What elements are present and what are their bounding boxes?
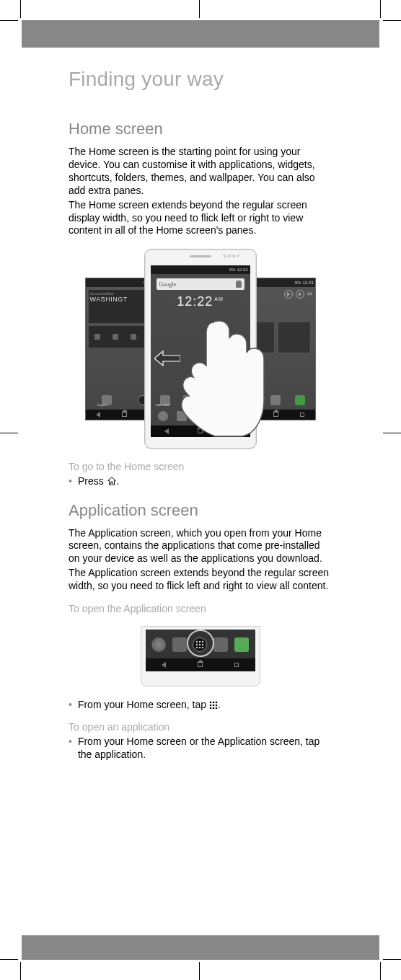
status-time: 12:22 (237, 268, 247, 272)
apps-grid-icon (195, 411, 206, 421)
svg-point-14 (216, 705, 218, 707)
recent-icon (234, 663, 239, 667)
app-label: Album (183, 403, 191, 407)
recent-icon (300, 412, 304, 417)
crop-mark (380, 0, 381, 18)
back-icon (162, 662, 166, 668)
step-text-part: . (218, 699, 221, 710)
favorites-row (146, 634, 255, 655)
svg-point-13 (213, 705, 215, 707)
google-search-bar: Google (157, 278, 244, 290)
back-icon (164, 428, 169, 434)
crop-mark (0, 20, 18, 21)
app-label: WALKMAN (156, 403, 170, 407)
app-label: Support (97, 403, 107, 407)
header-bar (22, 20, 379, 48)
apps-grid-icon (193, 637, 207, 652)
phone-bottom-illustration (141, 626, 260, 687)
task-heading-go-home: To go to the Home screen (69, 461, 332, 472)
section-heading-home: Home screen (69, 120, 332, 138)
svg-point-1 (199, 641, 200, 643)
app-paragraph-1: The Application screen, which you open f… (69, 527, 332, 566)
step-row: • From your Home screen, tap . (69, 698, 332, 711)
crop-mark (0, 433, 18, 433)
figure-app-screen (69, 626, 332, 687)
home-panes-illustration: 9% 12:22 accuweather WASHINGT (85, 249, 316, 449)
app-icon (270, 395, 281, 405)
step-text: Press . (78, 474, 332, 487)
home-paragraph-1: The Home screen is the starting point fo… (69, 146, 332, 198)
app-icon (230, 395, 240, 405)
toggle-icon (113, 334, 118, 340)
footer-bar (22, 935, 379, 960)
home-icon (107, 476, 117, 486)
home-icon (198, 662, 203, 667)
step-text-part: . (117, 475, 120, 487)
phone-screen-bottom (146, 630, 255, 671)
battery-text: 9% (229, 268, 236, 272)
dock-row: WALKMAN Album Movies (151, 392, 250, 408)
back-icon (96, 412, 100, 418)
svg-point-6 (196, 647, 198, 648)
svg-point-10 (213, 702, 215, 704)
next-icon (296, 290, 304, 299)
crop-mark (20, 962, 21, 980)
figure-home-panes: 9% 12:22 accuweather WASHINGT (69, 249, 332, 449)
svg-point-4 (199, 644, 200, 645)
clock-widget: 12:22AM (151, 294, 250, 309)
arrow-left-icon (154, 350, 180, 367)
phone-icon (233, 411, 243, 421)
bullet-icon: • (69, 698, 72, 711)
svg-point-12 (210, 705, 212, 707)
recent-icon (232, 429, 236, 433)
phone-icon (234, 637, 249, 652)
home-icon (122, 412, 127, 417)
toggle-icon (94, 334, 100, 340)
svg-point-7 (199, 647, 200, 648)
svg-point-8 (202, 647, 203, 648)
favorites-row (151, 408, 250, 424)
section-heading-application: Application screen (69, 501, 332, 520)
messaging-icon (213, 637, 228, 652)
phone-speaker (190, 255, 211, 257)
toggle-icon (131, 334, 136, 340)
svg-point-9 (210, 702, 212, 704)
phone-frame-center: SONY 9% 12:22 Google 12:22AM (144, 249, 257, 449)
chrome-icon (151, 637, 166, 652)
play-icon (284, 290, 293, 299)
svg-point-17 (216, 707, 218, 710)
home-icon (198, 428, 203, 433)
crop-mark (383, 959, 401, 960)
svg-point-3 (196, 644, 198, 645)
home-icon (273, 412, 278, 417)
step-text: From your Home screen or the Application… (78, 735, 332, 761)
nav-bar (146, 658, 255, 671)
step-text-part: Press (78, 475, 107, 487)
svg-point-15 (210, 707, 212, 710)
status-bar: 9% 12:22 (151, 265, 250, 274)
home-paragraph-2: The Home screen extends beyond the regul… (69, 199, 332, 238)
crop-mark (199, 0, 200, 18)
crop-mark (383, 20, 401, 21)
step-row: • Press . (69, 474, 332, 487)
clock-ampm: AM (214, 296, 224, 301)
app-label: Movies (207, 403, 216, 407)
widget-tile (278, 322, 311, 353)
phone-icon (295, 395, 305, 405)
google-label: Google (159, 281, 177, 288)
step-row: • From your Home screen or the Applicati… (69, 735, 332, 761)
crop-mark (20, 0, 21, 18)
chrome-icon (158, 411, 168, 421)
document-page: Finding your way Home screen The Home sc… (0, 0, 401, 980)
walkman-icon: ω (307, 290, 312, 299)
messaging-icon (214, 411, 224, 421)
crop-mark (380, 962, 381, 980)
mic-icon (236, 281, 242, 288)
apps-grid-icon (209, 701, 218, 710)
svg-point-16 (213, 707, 215, 710)
svg-point-5 (202, 644, 203, 645)
chapter-title: Finding your way (69, 68, 332, 91)
arrow-right-icon (224, 350, 250, 367)
step-text: From your Home screen, tap . (78, 698, 332, 711)
app-icon (177, 411, 187, 421)
